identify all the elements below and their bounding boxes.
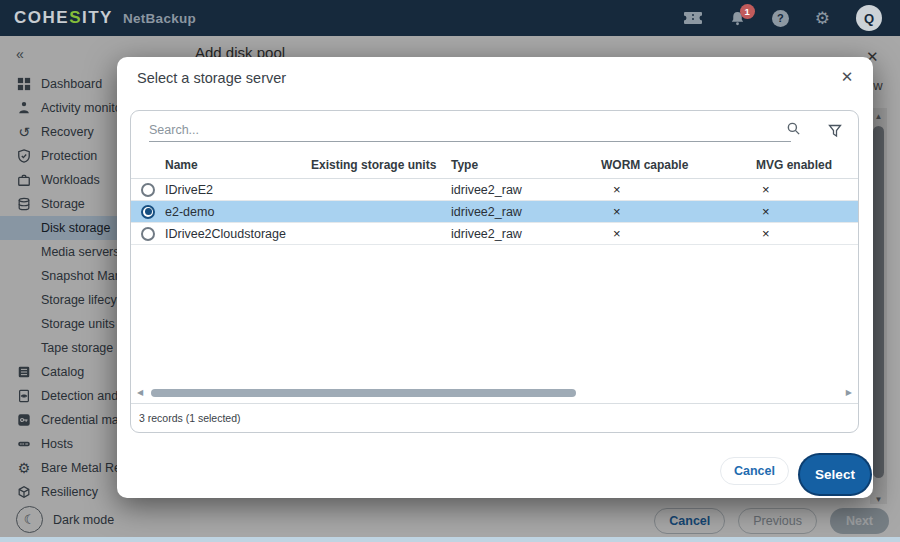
- notification-badge: 1: [740, 4, 755, 19]
- cell-name: IDriveE2: [165, 183, 311, 197]
- window-bottom-edge: [0, 537, 900, 542]
- worm-capable-x-icon: ×: [601, 204, 756, 219]
- mvg-enabled-x-icon: ×: [756, 226, 858, 241]
- logo-s-accent: S: [69, 8, 82, 27]
- row-radio-button[interactable]: [141, 227, 155, 241]
- license-ticket-icon[interactable]: [683, 11, 703, 25]
- dialog-cancel-button[interactable]: Cancel: [720, 457, 789, 485]
- row-radio-button[interactable]: [141, 183, 155, 197]
- row-radio-button-selected[interactable]: [141, 205, 155, 219]
- worm-capable-x-icon: ×: [601, 226, 756, 241]
- scroll-left-icon[interactable]: ◀: [137, 388, 143, 397]
- dialog-select-button[interactable]: Select: [800, 455, 870, 494]
- column-header-worm-capable[interactable]: WORM capable: [601, 158, 756, 172]
- app-screen: Add disk pool ✕ ew ▲ ▼ Cancel Previous N…: [0, 0, 900, 542]
- user-avatar[interactable]: Q: [856, 5, 882, 31]
- column-header-existing-storage-units[interactable]: Existing storage units: [311, 158, 451, 172]
- column-header-name[interactable]: Name: [165, 158, 311, 172]
- topbar-icons: 1 ? ⚙ Q: [683, 5, 886, 31]
- table-horizontal-scrollbar[interactable]: ◀ ▶: [135, 387, 854, 399]
- cell-type: idrivee2_raw: [451, 227, 601, 241]
- search-icon[interactable]: [786, 121, 801, 136]
- column-header-mvg-enabled[interactable]: MVG enabled: [756, 158, 858, 172]
- cell-type: idrivee2_raw: [451, 205, 601, 219]
- cell-name: IDrivee2Cloudstorage: [165, 227, 311, 241]
- table-row-idrivee2cloudstorage[interactable]: IDrivee2Cloudstorage idrivee2_raw × ×: [131, 223, 858, 245]
- help-icon[interactable]: ?: [772, 10, 789, 27]
- table-row-idrivee2[interactable]: IDriveE2 idrivee2_raw × ×: [131, 179, 858, 201]
- column-header-type[interactable]: Type: [451, 158, 601, 172]
- table-toolbar: [131, 111, 858, 151]
- dialog-close-icon[interactable]: ✕: [837, 68, 857, 86]
- topbar: COHESITY NetBackup 1 ? ⚙ Q: [0, 0, 900, 36]
- mvg-enabled-x-icon: ×: [756, 182, 858, 197]
- worm-capable-x-icon: ×: [601, 182, 756, 197]
- settings-gear-icon[interactable]: ⚙: [815, 10, 830, 27]
- table-scrollbar-thumb[interactable]: [151, 389, 576, 397]
- records-summary: 3 records (1 selected): [131, 403, 858, 432]
- notifications-bell-icon[interactable]: 1: [729, 10, 746, 27]
- storage-server-table-card: Name Existing storage units Type WORM ca…: [130, 110, 859, 433]
- table-row-e2-demo[interactable]: e2-demo idrivee2_raw × ×: [131, 201, 858, 223]
- dialog-title: Select a storage server: [137, 70, 286, 86]
- scroll-right-icon[interactable]: ▶: [846, 388, 852, 397]
- filter-funnel-icon[interactable]: [828, 124, 842, 138]
- product-name: NetBackup: [123, 11, 196, 26]
- mvg-enabled-x-icon: ×: [756, 204, 858, 219]
- cohesity-logo: COHESITY: [14, 8, 113, 28]
- cell-type: idrivee2_raw: [451, 183, 601, 197]
- search-input[interactable]: [149, 119, 791, 142]
- table-header-row: Name Existing storage units Type WORM ca…: [131, 151, 858, 179]
- cell-name: e2-demo: [165, 205, 311, 219]
- select-storage-server-dialog: Select a storage server ✕ Name Existing …: [117, 57, 873, 498]
